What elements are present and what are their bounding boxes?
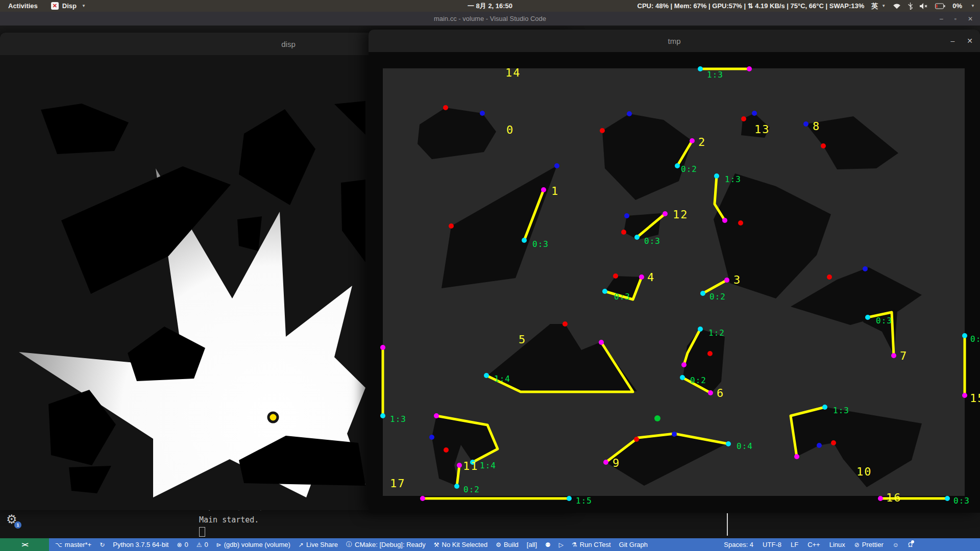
status-item-debug-target[interactable]: ⊳(gdb) volume (volume) — [216, 541, 290, 548]
red-vertex-dot — [449, 223, 454, 229]
red-vertex-dot — [831, 440, 836, 445]
ctest-icon: ⚗ — [572, 541, 577, 548]
tmp-polygon-canvas: 140123456789101112131516171:30:20:31:30:… — [369, 52, 980, 513]
magenta-vertex-dot — [603, 460, 608, 465]
cyan-vertex-dot — [675, 163, 680, 168]
polygon-label: 6 — [717, 387, 724, 399]
run-icon: ▷ — [559, 541, 564, 548]
language-mode-label: C++ — [807, 541, 820, 548]
notification-dot — [911, 540, 914, 543]
blue-vertex-dot — [480, 111, 485, 116]
cmake-status-label: CMake: [Debug]: Ready — [355, 541, 426, 548]
status-item-eol[interactable]: LF — [791, 541, 798, 548]
debug-target-icon: ⊳ — [216, 541, 222, 548]
status-item-cmake-status[interactable]: ⓘCMake: [Debug]: Ready — [346, 540, 426, 549]
activities-button[interactable]: Activities — [8, 2, 38, 10]
status-item-build[interactable]: ⚙Build — [496, 541, 519, 548]
status-item-notifications[interactable]: Ω — [908, 541, 913, 548]
status-item-live-share[interactable]: ↗Live Share — [299, 541, 338, 548]
vscode-titlebar[interactable]: main.cc - volume - Visual Studio Code – … — [0, 12, 980, 26]
polygon-label: 14 — [505, 66, 521, 79]
minimize-button[interactable]: – — [950, 37, 954, 45]
red-vertex-dot — [443, 105, 448, 110]
input-language-indicator[interactable]: 英 ▼ — [871, 2, 886, 11]
portal-label: 0:3 — [953, 496, 970, 506]
magenta-vertex-dot — [962, 393, 967, 398]
live-share-icon: ↗ — [299, 541, 304, 548]
status-item-kit[interactable]: ⚒No Kit Selected — [434, 541, 487, 548]
maximize-button[interactable]: ▫ — [954, 15, 957, 22]
status-item-build-target[interactable]: [all] — [527, 541, 537, 548]
errors-label: 0 — [184, 541, 188, 548]
tmp-titlebar[interactable]: tmp – ✕ — [369, 30, 980, 52]
status-item-python-version[interactable]: Python 3.7.5 64-bit — [113, 541, 168, 548]
portal-label: 0:2 — [681, 164, 697, 174]
spaces-label: Spaces: 4 — [724, 541, 753, 548]
debug-icon: ⚉ — [545, 541, 551, 548]
status-item-errors[interactable]: ⊗0 — [177, 541, 188, 548]
minimize-button[interactable]: – — [940, 15, 943, 22]
obstacle-d — [237, 216, 262, 251]
portal-label: 0:2 — [690, 375, 706, 385]
app-window-button[interactable]: ✕ Disp ▼ — [51, 2, 86, 10]
magenta-vertex-dot — [690, 138, 695, 143]
warnings-label: 0 — [204, 541, 208, 548]
status-item-language-mode[interactable]: C++ — [807, 541, 820, 548]
volume-muted-icon[interactable] — [920, 3, 928, 10]
status-item-prettier[interactable]: ⊘Prettier — [854, 541, 884, 548]
remote-indicator[interactable]: >< — [0, 538, 49, 551]
polygon-label: 13 — [754, 123, 770, 136]
status-item-git-graph[interactable]: Git Graph — [619, 541, 648, 548]
magenta-vertex-dot — [722, 218, 727, 223]
cyan-vertex-dot — [962, 333, 967, 338]
bluetooth-icon[interactable] — [908, 3, 913, 10]
tmp-window-title: tmp — [668, 37, 680, 45]
status-item-branch[interactable]: ⌥master*+ — [55, 541, 91, 548]
magenta-vertex-dot — [541, 187, 546, 192]
notifications-icon: Ω — [908, 541, 913, 548]
battery-icon[interactable] — [935, 3, 945, 9]
blue-vertex-dot — [624, 213, 629, 218]
magenta-vertex-dot — [724, 278, 729, 283]
terminal-cursor — [199, 527, 205, 537]
os-label: Linux — [829, 541, 845, 548]
polygon-label: 3 — [733, 273, 741, 286]
portal-label: 0:4 — [970, 334, 980, 344]
magenta-vertex-dot — [639, 274, 644, 280]
status-item-feedback[interactable]: ☺ — [893, 541, 899, 548]
build-label: Build — [504, 541, 519, 548]
status-item-spaces[interactable]: Spaces: 4 — [724, 541, 753, 548]
status-item-debug[interactable]: ⚉ — [545, 541, 551, 548]
wifi-icon[interactable] — [893, 3, 901, 10]
polygon-label: 17 — [390, 477, 406, 490]
status-item-warnings[interactable]: ⚠0 — [197, 541, 208, 548]
panel-divider[interactable] — [727, 513, 728, 536]
portal-label: 1:4 — [480, 461, 496, 470]
green-vertex-dot — [654, 415, 660, 421]
system-stats[interactable]: CPU: 48% | Mem: 67% | GPU:57% | ⇅ 4.19 K… — [638, 2, 865, 10]
close-button[interactable]: ✕ — [968, 15, 973, 22]
blue-vertex-dot — [863, 266, 868, 271]
status-item-run[interactable]: ▷ — [559, 541, 564, 548]
magenta-vertex-dot — [708, 390, 713, 395]
portal-label: 1:3 — [833, 406, 849, 415]
status-item-encoding[interactable]: UTF-8 — [763, 541, 781, 548]
magenta-vertex-dot — [434, 413, 439, 418]
magenta-vertex-dot — [878, 496, 883, 501]
red-vertex-dot — [444, 447, 449, 453]
gnome-top-bar: Activities ✕ Disp ▼ 一 8月 2, 16:50 CPU: 4… — [0, 0, 980, 12]
manage-gear[interactable]: ⚙ 1 — [6, 512, 17, 527]
close-button[interactable]: ✕ — [967, 37, 973, 45]
polygon-label: 2 — [698, 136, 706, 148]
polygon-label: 8 — [813, 120, 820, 133]
chevron-down-icon: ▼ — [881, 4, 886, 8]
status-item-ctest[interactable]: ⚗Run CTest — [572, 541, 610, 548]
status-item-os[interactable]: Linux — [829, 541, 845, 548]
status-item-sync[interactable]: ↻ — [100, 541, 105, 548]
cyan-vertex-dot — [634, 235, 640, 240]
tmp-window[interactable]: tmp – ✕ 140123456789101112131516171:30:2… — [369, 30, 980, 513]
portal-label: 0:3 — [532, 239, 549, 249]
blue-vertex-dot — [752, 111, 757, 116]
red-vertex-dot — [562, 321, 568, 327]
portal-label: 1:3 — [725, 174, 741, 184]
